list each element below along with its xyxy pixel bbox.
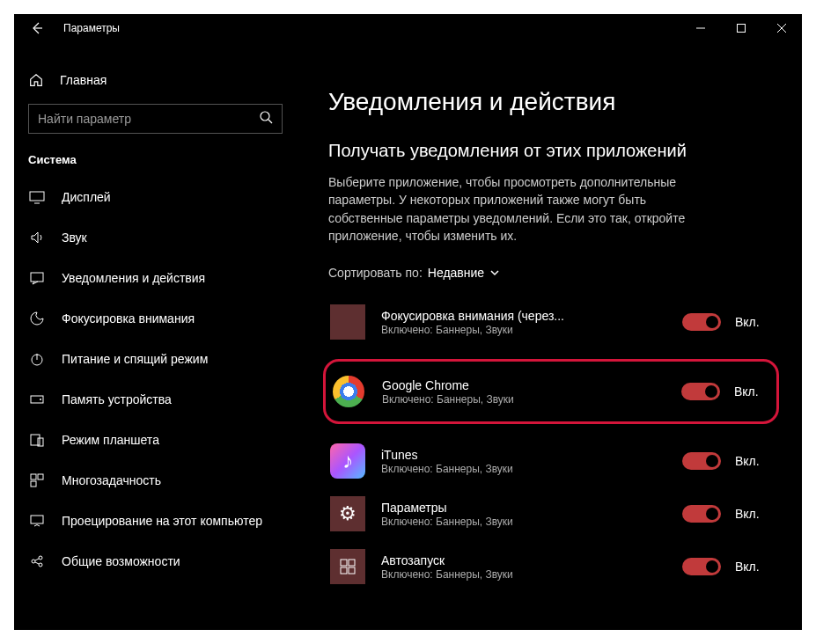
svg-rect-26: [341, 567, 347, 574]
sidebar-section-title: Система: [14, 134, 297, 177]
app-icon-settings: ⚙: [330, 496, 365, 531]
app-name: Google Chrome: [382, 378, 665, 392]
app-item-itunes[interactable]: ♪ iTunes Включено: Баннеры, Звуки Вкл.: [328, 435, 770, 487]
content-area: Главная Система Дисплей Звук Уведомления…: [14, 42, 802, 630]
app-item-chrome[interactable]: Google Chrome Включено: Баннеры, Звуки В…: [327, 367, 769, 416]
app-item-settings[interactable]: ⚙ Параметры Включено: Баннеры, Звуки Вкл…: [328, 487, 770, 540]
minimize-button[interactable]: [680, 14, 721, 42]
search-input[interactable]: [38, 112, 259, 126]
sidebar-item-shared[interactable]: Общие возможности: [14, 541, 297, 582]
toggle-label: Вкл.: [735, 454, 763, 468]
power-icon: [28, 351, 46, 367]
close-button[interactable]: [761, 14, 802, 42]
svg-rect-25: [349, 560, 355, 566]
svg-point-12: [40, 399, 41, 400]
svg-point-19: [32, 560, 35, 563]
toggle-label: Вкл.: [734, 384, 762, 399]
sidebar-item-sound[interactable]: Звук: [14, 217, 297, 258]
page-heading: Уведомления и действия: [328, 88, 770, 116]
app-sub: Включено: Баннеры, Звуки: [381, 324, 666, 336]
app-name: Фокусировка внимания (через...: [381, 309, 666, 323]
arrow-left-icon: [30, 21, 44, 35]
toggle-label: Вкл.: [735, 560, 763, 574]
sidebar-item-label: Память устройства: [62, 392, 172, 406]
sidebar-item-focus-assist[interactable]: Фокусировка внимания: [14, 298, 297, 339]
app-sub: Включено: Баннеры, Звуки: [382, 393, 665, 406]
toggle-switch[interactable]: [682, 505, 721, 523]
section-description: Выберите приложение, чтобы просмотреть д…: [328, 173, 707, 245]
home-button[interactable]: Главная: [14, 67, 297, 97]
window-controls: [680, 14, 802, 42]
projecting-icon: [28, 513, 46, 529]
sidebar-item-projecting[interactable]: Проецирование на этот компьютер: [14, 501, 297, 541]
toggle-switch[interactable]: [682, 313, 721, 331]
titlebar: Параметры: [14, 14, 802, 42]
sort-control[interactable]: Сортировать по: Недавние: [328, 266, 770, 280]
toggle-wrap: Вкл.: [682, 313, 763, 331]
svg-rect-15: [31, 474, 36, 479]
main-panel: Уведомления и действия Получать уведомле…: [297, 42, 802, 630]
maximize-icon: [737, 24, 746, 33]
sidebar-item-label: Режим планшета: [62, 433, 159, 447]
sidebar-item-label: Общие возможности: [62, 554, 180, 568]
svg-line-23: [35, 562, 39, 564]
app-text: iTunes Включено: Баннеры, Звуки: [381, 448, 666, 475]
svg-point-20: [39, 556, 42, 560]
sidebar-item-label: Дисплей: [62, 190, 111, 204]
settings-window: Параметры Главная Система Дисплей Звук У…: [14, 14, 802, 630]
sidebar-item-label: Звук: [62, 231, 87, 245]
search-box[interactable]: [28, 104, 283, 134]
toggle-switch[interactable]: [682, 558, 721, 575]
toggle-label: Вкл.: [735, 507, 763, 521]
sidebar-item-label: Питание и спящий режим: [62, 352, 208, 366]
svg-line-5: [268, 120, 272, 123]
sidebar-item-display[interactable]: Дисплей: [14, 177, 297, 217]
minimize-icon: [696, 24, 705, 33]
back-button[interactable]: [26, 18, 48, 39]
svg-line-22: [35, 559, 39, 560]
app-item-focus[interactable]: Фокусировка внимания (через... Включено:…: [328, 296, 770, 348]
svg-rect-1: [738, 25, 746, 33]
toggle-wrap: Вкл.: [682, 452, 763, 470]
highlighted-app-box: Google Chrome Включено: Баннеры, Звуки В…: [323, 359, 779, 424]
sidebar-item-storage[interactable]: Память устройства: [14, 379, 297, 420]
maximize-button[interactable]: [721, 14, 761, 42]
app-sub: Включено: Баннеры, Звуки: [381, 516, 666, 528]
app-item-autostart[interactable]: Автозапуск Включено: Баннеры, Звуки Вкл.: [328, 540, 770, 593]
svg-rect-8: [31, 273, 43, 282]
app-text: Google Chrome Включено: Баннеры, Звуки: [382, 378, 665, 406]
storage-icon: [28, 392, 46, 407]
app-name: Параметры: [381, 501, 666, 515]
app-sub: Включено: Баннеры, Звуки: [381, 463, 666, 475]
home-label: Главная: [60, 73, 107, 87]
sidebar-item-label: Уведомления и действия: [62, 271, 205, 285]
app-icon-autostart: [330, 549, 365, 584]
toggle-wrap: Вкл.: [682, 558, 763, 575]
sidebar-item-multitasking[interactable]: Многозадачность: [14, 460, 297, 501]
svg-rect-18: [31, 516, 43, 523]
svg-point-4: [261, 112, 269, 121]
app-name: iTunes: [381, 448, 666, 462]
app-icon-chrome: [331, 374, 366, 409]
toggle-switch[interactable]: [682, 452, 721, 470]
home-icon: [28, 72, 44, 88]
app-icon-itunes: ♪: [330, 443, 365, 479]
sort-value: Недавние: [428, 266, 500, 280]
svg-rect-6: [30, 192, 44, 201]
app-text: Параметры Включено: Баннеры, Звуки: [381, 501, 666, 528]
toggle-wrap: Вкл.: [681, 383, 762, 400]
app-icon-focus: [330, 304, 365, 340]
section-heading: Получать уведомления от этих приложений: [328, 141, 770, 161]
toggle-switch[interactable]: [681, 383, 720, 400]
sidebar-item-tablet[interactable]: Режим планшета: [14, 420, 297, 460]
sidebar-item-label: Проецирование на этот компьютер: [62, 514, 262, 528]
sidebar-item-notifications[interactable]: Уведомления и действия: [14, 258, 297, 298]
svg-rect-16: [38, 474, 43, 479]
sidebar-list: Дисплей Звук Уведомления и действия Фоку…: [14, 177, 297, 630]
sidebar-item-power[interactable]: Питание и спящий режим: [14, 339, 297, 379]
toggle-label: Вкл.: [735, 315, 763, 329]
sidebar-item-label: Многозадачность: [62, 473, 161, 487]
shared-icon: [28, 553, 46, 569]
app-text: Фокусировка внимания (через... Включено:…: [381, 309, 666, 336]
sound-icon: [28, 230, 46, 245]
